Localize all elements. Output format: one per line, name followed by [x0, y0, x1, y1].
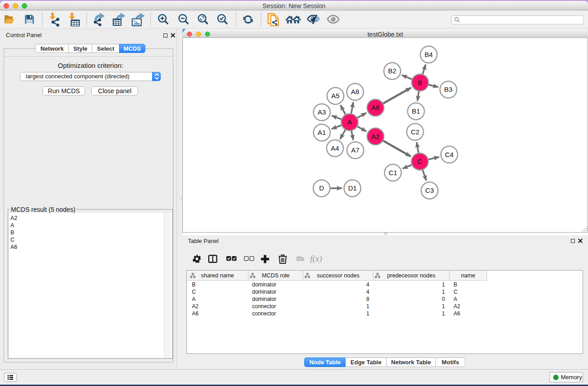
- svg-text:C: C: [417, 157, 422, 165]
- svg-text:A: A: [347, 118, 352, 126]
- svg-text:A6: A6: [371, 104, 379, 111]
- svg-text:A8: A8: [351, 88, 359, 95]
- svg-text:D: D: [319, 184, 324, 192]
- svg-text:B: B: [418, 79, 422, 86]
- svg-text:C1: C1: [388, 169, 397, 176]
- svg-text:A1: A1: [318, 129, 326, 136]
- svg-text:A7: A7: [351, 146, 359, 154]
- svg-text:B3: B3: [444, 86, 452, 93]
- svg-text:B1: B1: [412, 107, 420, 115]
- svg-text:B2: B2: [388, 67, 396, 75]
- svg-text:A5: A5: [331, 92, 339, 100]
- svg-text:A4: A4: [331, 144, 339, 152]
- svg-text:C4: C4: [445, 151, 454, 158]
- svg-text:A3: A3: [318, 108, 326, 116]
- svg-text:C3: C3: [425, 186, 434, 194]
- svg-text:A2: A2: [371, 133, 379, 140]
- svg-text:B4: B4: [425, 51, 433, 58]
- svg-text:D1: D1: [348, 184, 357, 192]
- svg-text:C2: C2: [411, 128, 419, 136]
